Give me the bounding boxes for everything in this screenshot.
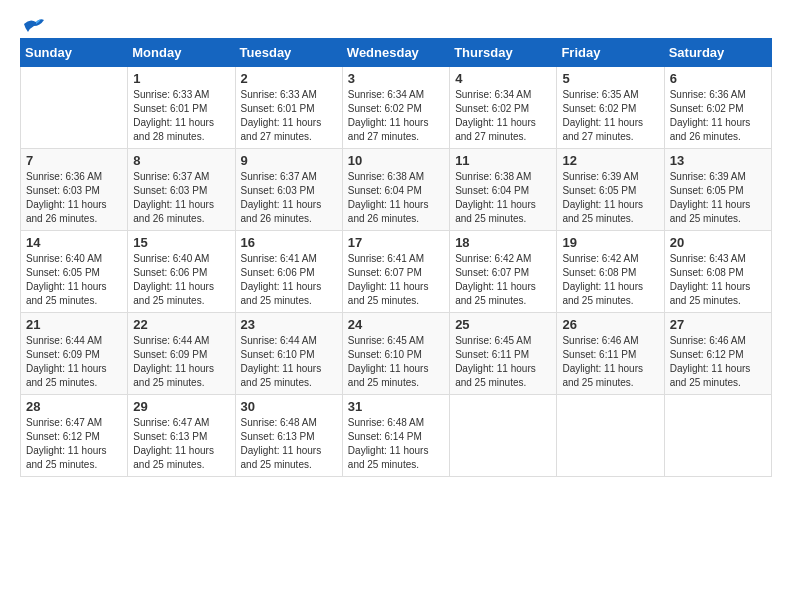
day-info: Sunrise: 6:41 AM Sunset: 6:06 PM Dayligh… [241,252,337,308]
day-number: 5 [562,71,658,86]
day-number: 25 [455,317,551,332]
day-number: 16 [241,235,337,250]
calendar-cell: 16Sunrise: 6:41 AM Sunset: 6:06 PM Dayli… [235,231,342,313]
day-number: 3 [348,71,444,86]
day-info: Sunrise: 6:42 AM Sunset: 6:08 PM Dayligh… [562,252,658,308]
week-row-1: 1Sunrise: 6:33 AM Sunset: 6:01 PM Daylig… [21,67,772,149]
day-info: Sunrise: 6:34 AM Sunset: 6:02 PM Dayligh… [455,88,551,144]
day-info: Sunrise: 6:44 AM Sunset: 6:09 PM Dayligh… [133,334,229,390]
day-number: 26 [562,317,658,332]
header-wednesday: Wednesday [342,39,449,67]
day-number: 20 [670,235,766,250]
calendar-cell: 14Sunrise: 6:40 AM Sunset: 6:05 PM Dayli… [21,231,128,313]
day-info: Sunrise: 6:37 AM Sunset: 6:03 PM Dayligh… [241,170,337,226]
calendar-cell: 22Sunrise: 6:44 AM Sunset: 6:09 PM Dayli… [128,313,235,395]
day-number: 2 [241,71,337,86]
calendar-header-row: SundayMondayTuesdayWednesdayThursdayFrid… [21,39,772,67]
day-number: 30 [241,399,337,414]
day-number: 19 [562,235,658,250]
day-info: Sunrise: 6:44 AM Sunset: 6:09 PM Dayligh… [26,334,122,390]
calendar-cell: 20Sunrise: 6:43 AM Sunset: 6:08 PM Dayli… [664,231,771,313]
calendar-cell: 11Sunrise: 6:38 AM Sunset: 6:04 PM Dayli… [450,149,557,231]
day-info: Sunrise: 6:42 AM Sunset: 6:07 PM Dayligh… [455,252,551,308]
day-info: Sunrise: 6:40 AM Sunset: 6:06 PM Dayligh… [133,252,229,308]
day-number: 17 [348,235,444,250]
week-row-2: 7Sunrise: 6:36 AM Sunset: 6:03 PM Daylig… [21,149,772,231]
day-info: Sunrise: 6:47 AM Sunset: 6:13 PM Dayligh… [133,416,229,472]
calendar-cell: 7Sunrise: 6:36 AM Sunset: 6:03 PM Daylig… [21,149,128,231]
logo [20,20,44,28]
calendar-cell: 21Sunrise: 6:44 AM Sunset: 6:09 PM Dayli… [21,313,128,395]
day-number: 14 [26,235,122,250]
day-number: 12 [562,153,658,168]
day-info: Sunrise: 6:39 AM Sunset: 6:05 PM Dayligh… [562,170,658,226]
calendar-cell: 18Sunrise: 6:42 AM Sunset: 6:07 PM Dayli… [450,231,557,313]
calendar-cell: 9Sunrise: 6:37 AM Sunset: 6:03 PM Daylig… [235,149,342,231]
calendar-cell: 27Sunrise: 6:46 AM Sunset: 6:12 PM Dayli… [664,313,771,395]
calendar-cell: 4Sunrise: 6:34 AM Sunset: 6:02 PM Daylig… [450,67,557,149]
day-number: 27 [670,317,766,332]
calendar-cell: 12Sunrise: 6:39 AM Sunset: 6:05 PM Dayli… [557,149,664,231]
day-info: Sunrise: 6:37 AM Sunset: 6:03 PM Dayligh… [133,170,229,226]
day-number: 24 [348,317,444,332]
day-info: Sunrise: 6:38 AM Sunset: 6:04 PM Dayligh… [348,170,444,226]
week-row-3: 14Sunrise: 6:40 AM Sunset: 6:05 PM Dayli… [21,231,772,313]
day-info: Sunrise: 6:48 AM Sunset: 6:13 PM Dayligh… [241,416,337,472]
calendar-cell: 13Sunrise: 6:39 AM Sunset: 6:05 PM Dayli… [664,149,771,231]
calendar-cell: 26Sunrise: 6:46 AM Sunset: 6:11 PM Dayli… [557,313,664,395]
day-number: 13 [670,153,766,168]
logo-bird-icon [22,16,44,34]
day-number: 29 [133,399,229,414]
day-info: Sunrise: 6:45 AM Sunset: 6:11 PM Dayligh… [455,334,551,390]
calendar-cell: 30Sunrise: 6:48 AM Sunset: 6:13 PM Dayli… [235,395,342,477]
day-number: 6 [670,71,766,86]
day-info: Sunrise: 6:46 AM Sunset: 6:12 PM Dayligh… [670,334,766,390]
calendar-cell: 15Sunrise: 6:40 AM Sunset: 6:06 PM Dayli… [128,231,235,313]
day-info: Sunrise: 6:46 AM Sunset: 6:11 PM Dayligh… [562,334,658,390]
day-info: Sunrise: 6:36 AM Sunset: 6:03 PM Dayligh… [26,170,122,226]
calendar-cell [450,395,557,477]
calendar-cell: 8Sunrise: 6:37 AM Sunset: 6:03 PM Daylig… [128,149,235,231]
day-number: 15 [133,235,229,250]
calendar-cell: 6Sunrise: 6:36 AM Sunset: 6:02 PM Daylig… [664,67,771,149]
day-info: Sunrise: 6:45 AM Sunset: 6:10 PM Dayligh… [348,334,444,390]
day-info: Sunrise: 6:48 AM Sunset: 6:14 PM Dayligh… [348,416,444,472]
calendar-cell [664,395,771,477]
calendar-cell: 31Sunrise: 6:48 AM Sunset: 6:14 PM Dayli… [342,395,449,477]
day-info: Sunrise: 6:41 AM Sunset: 6:07 PM Dayligh… [348,252,444,308]
day-number: 8 [133,153,229,168]
header-monday: Monday [128,39,235,67]
day-info: Sunrise: 6:35 AM Sunset: 6:02 PM Dayligh… [562,88,658,144]
day-info: Sunrise: 6:38 AM Sunset: 6:04 PM Dayligh… [455,170,551,226]
calendar-cell: 2Sunrise: 6:33 AM Sunset: 6:01 PM Daylig… [235,67,342,149]
header-saturday: Saturday [664,39,771,67]
calendar-cell [557,395,664,477]
calendar-cell: 28Sunrise: 6:47 AM Sunset: 6:12 PM Dayli… [21,395,128,477]
day-number: 11 [455,153,551,168]
page-header [20,20,772,28]
calendar-cell: 10Sunrise: 6:38 AM Sunset: 6:04 PM Dayli… [342,149,449,231]
header-tuesday: Tuesday [235,39,342,67]
day-info: Sunrise: 6:44 AM Sunset: 6:10 PM Dayligh… [241,334,337,390]
day-number: 23 [241,317,337,332]
calendar-cell: 5Sunrise: 6:35 AM Sunset: 6:02 PM Daylig… [557,67,664,149]
day-info: Sunrise: 6:33 AM Sunset: 6:01 PM Dayligh… [133,88,229,144]
calendar-cell: 29Sunrise: 6:47 AM Sunset: 6:13 PM Dayli… [128,395,235,477]
day-number: 7 [26,153,122,168]
day-info: Sunrise: 6:39 AM Sunset: 6:05 PM Dayligh… [670,170,766,226]
day-number: 31 [348,399,444,414]
calendar-cell: 3Sunrise: 6:34 AM Sunset: 6:02 PM Daylig… [342,67,449,149]
day-info: Sunrise: 6:40 AM Sunset: 6:05 PM Dayligh… [26,252,122,308]
calendar-cell: 25Sunrise: 6:45 AM Sunset: 6:11 PM Dayli… [450,313,557,395]
day-info: Sunrise: 6:47 AM Sunset: 6:12 PM Dayligh… [26,416,122,472]
calendar-table: SundayMondayTuesdayWednesdayThursdayFrid… [20,38,772,477]
calendar-cell: 1Sunrise: 6:33 AM Sunset: 6:01 PM Daylig… [128,67,235,149]
calendar-cell: 19Sunrise: 6:42 AM Sunset: 6:08 PM Dayli… [557,231,664,313]
day-number: 28 [26,399,122,414]
week-row-4: 21Sunrise: 6:44 AM Sunset: 6:09 PM Dayli… [21,313,772,395]
day-number: 21 [26,317,122,332]
week-row-5: 28Sunrise: 6:47 AM Sunset: 6:12 PM Dayli… [21,395,772,477]
day-number: 9 [241,153,337,168]
header-sunday: Sunday [21,39,128,67]
day-number: 1 [133,71,229,86]
